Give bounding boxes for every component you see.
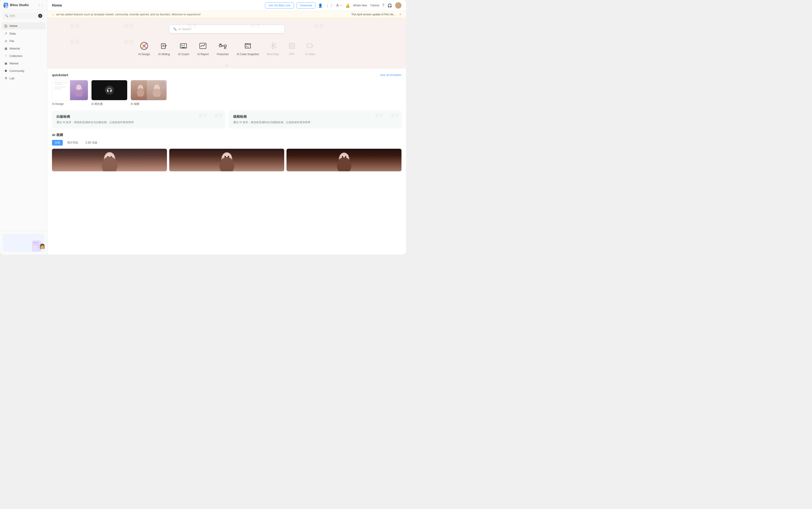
svg-text:👩: 👩 <box>39 243 44 249</box>
search-area: 🔍 搜索 + <box>0 10 47 22</box>
tutorial-label[interactable]: Tutorial <box>370 4 379 7</box>
ai-video-label: AI Video <box>305 53 315 56</box>
sidebar-item-label: Home <box>9 24 17 28</box>
svg-marker-29 <box>222 45 223 47</box>
ppt-label: PPT <box>289 53 294 56</box>
svg-point-67 <box>153 89 161 97</box>
sidebar-item-file[interactable]: ⊙ File <box>2 37 45 44</box>
sidebar-item-collection[interactable]: ♡ Collection <box>2 53 45 60</box>
add-button[interactable]: + <box>38 14 42 18</box>
sync-icon <box>161 81 165 86</box>
quickstart-card-ai-image[interactable]: AI 图生图 <box>91 80 128 106</box>
ai-code-snapshot-label: AI Code Snapshot <box>237 53 259 56</box>
user-avatar[interactable] <box>395 2 401 9</box>
sidebar-item-community[interactable]: ⚉ Community <box>2 67 45 74</box>
ai-search-bar[interactable]: 🔍 AI Search <box>169 25 284 33</box>
help-icon[interactable]: ? <box>382 3 384 7</box>
ai-report-icon <box>198 41 208 51</box>
file-icon: ⊙ <box>4 39 8 43</box>
wireframe-feature-box[interactable]: 标关 标关 线框绘画 通过 AI 技术，将您的灵感转化为线框绘画，让您的创作更加… <box>228 110 402 128</box>
ai-design-label: AI Design <box>138 53 150 56</box>
whats-new-label[interactable]: Whats New <box>353 4 367 7</box>
svg-rect-2 <box>33 244 38 244</box>
view-all-templates-link[interactable]: view all templates <box>380 73 401 77</box>
svg-text:AI: AI <box>248 44 250 46</box>
hero-divider <box>47 65 406 68</box>
ai-writing-icon <box>159 41 169 51</box>
sidebar-item-material[interactable]: ▦ Material <box>2 45 45 52</box>
promo-illustration: 👩 <box>31 236 44 252</box>
card-thumbnail: T + <box>52 80 88 100</box>
feature-mind-map[interactable]: Mind Map <box>263 39 283 58</box>
gallery-tab-render[interactable]: 2.5D 渲染 <box>83 140 100 145</box>
feature-ai-report[interactable]: AI Report <box>193 39 213 58</box>
svg-rect-56 <box>307 44 312 48</box>
ppt-icon: AI <box>287 41 297 51</box>
gallery-tab-all[interactable]: 全部 <box>52 140 63 145</box>
whiteboard-feature-box[interactable]: 标关 标关 白板绘画 通过 AI 技术，将您的灵感转化为白板绘画，让您的创作更加… <box>52 110 225 128</box>
gallery-title: AI 画廊 <box>52 133 401 137</box>
sidebar-item-home[interactable]: 🏠 Home <box>2 22 45 29</box>
topbar: Home Join Via Bitou Link Download 👤 ⋮⋮ A… <box>47 0 406 11</box>
grid-icon[interactable]: ⋮⋮ <box>38 3 44 7</box>
feature-ai-coach[interactable]: AI Coach <box>174 39 193 58</box>
search-bar-icon: 🔍 <box>173 27 177 31</box>
page-title: Home <box>52 3 262 7</box>
search-box[interactable]: 🔍 搜索 + <box>3 12 44 19</box>
notice-right-text: The April version update of Pen He... <box>351 13 396 16</box>
feature-ai-design[interactable]: AI Design <box>134 39 154 58</box>
flowchart-icon <box>218 41 228 51</box>
mind-map-label: Mind Map <box>267 53 279 56</box>
material-icon: ▦ <box>4 47 8 50</box>
whiteboard-title: 白板绘画 <box>57 114 220 119</box>
sidebar-nav: 🏠 Home ↗ Data ⊙ File ▦ Material ♡ Collec… <box>0 22 47 231</box>
sidebar-item-label: Market <box>9 62 19 65</box>
hero-section: 标关 标关 标关 标关 标关 标关 标关 🔍 AI Search AI Desi… <box>47 18 406 65</box>
notice-text: ad has added features such as template m… <box>56 13 350 16</box>
feature-ppt[interactable]: AI PPT <box>283 39 301 58</box>
app-title: Bitou Studio <box>10 3 36 7</box>
svg-point-39 <box>272 45 274 47</box>
ai-writing-label: AI Writing <box>158 53 170 56</box>
feature-ai-writing[interactable]: AI Writing <box>154 39 174 58</box>
lab-icon: ⚗ <box>4 77 8 80</box>
sidebar-item-market[interactable]: ▣ Market <box>2 60 45 67</box>
quickstart-card-ai-design[interactable]: T + AI Design <box>52 80 88 106</box>
gallery-image-1[interactable] <box>52 149 167 171</box>
feature-ai-video[interactable]: AI AI Video <box>301 39 319 58</box>
feature-flowchart[interactable]: Flowchart <box>213 39 233 58</box>
feature-ai-code-snapshot[interactable]: AI AI Code Snapshot <box>233 39 263 58</box>
download-button[interactable]: Download <box>297 2 315 9</box>
svg-line-45 <box>271 44 272 45</box>
sidebar-item-label: Community <box>9 69 25 73</box>
svg-rect-3 <box>33 245 38 245</box>
gallery-tab-photo[interactable]: 照片写实 <box>65 140 81 145</box>
sidebar-item-data[interactable]: ↗ Data <box>2 30 45 37</box>
sidebar-header: B Bitou Studio ⋮⋮ <box>0 0 47 10</box>
gallery-img-content2 <box>169 149 284 171</box>
avatar-other-icon[interactable]: 👤 <box>318 3 323 8</box>
sidebar-promo[interactable]: 👩 <box>3 234 44 252</box>
svg-line-16 <box>165 46 165 47</box>
svg-rect-21 <box>182 45 183 46</box>
collection-icon: ♡ <box>4 54 8 58</box>
mind-map-icon <box>268 41 278 51</box>
quickstart-card-ai-report[interactable]: AI 报图 <box>131 80 167 106</box>
translate-icon[interactable]: A→ <box>336 3 342 7</box>
gallery-image-2[interactable] <box>169 149 284 171</box>
notification-icon[interactable]: 🔔 <box>346 3 350 8</box>
sidebar-item-lab[interactable]: ⚗ Lab <box>2 75 45 82</box>
svg-point-9 <box>145 43 147 45</box>
watermark: 标关 <box>124 23 134 29</box>
svg-rect-18 <box>181 47 186 48</box>
sidebar-item-label: Material <box>9 47 20 50</box>
gallery-image-3[interactable] <box>286 149 401 171</box>
grid-apps-icon[interactable]: ⋮⋮ <box>326 3 333 8</box>
watermark: 标关 <box>314 23 324 29</box>
headphone-icon[interactable]: 🎧 <box>387 3 392 8</box>
notice-close-button[interactable]: ✕ <box>399 13 401 16</box>
join-button[interactable]: Join Via Bitou Link <box>265 2 294 9</box>
svg-rect-51 <box>290 44 292 47</box>
notice-icon: ⚠ <box>52 13 55 16</box>
sidebar-item-label: Collection <box>9 54 22 58</box>
